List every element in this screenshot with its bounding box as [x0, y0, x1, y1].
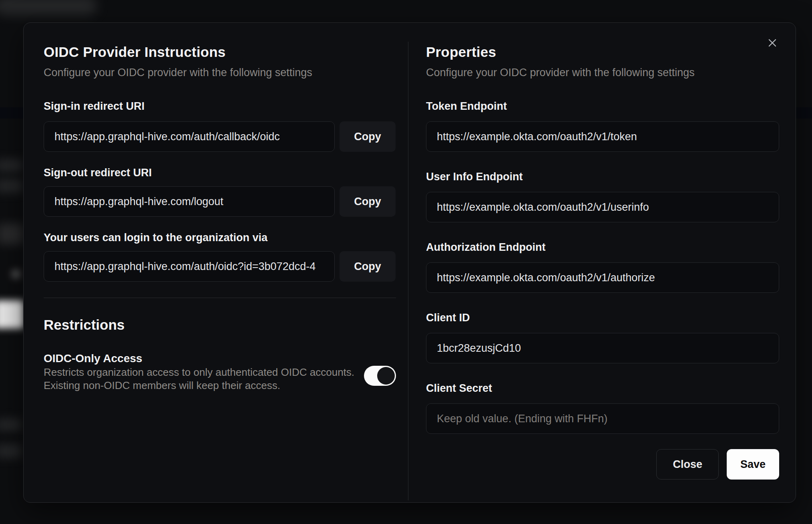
instructions-pane: OIDC Provider Instructions Configure you…: [44, 23, 396, 502]
token-endpoint-label: Token Endpoint: [426, 100, 779, 113]
authorization-endpoint-label: Authorization Endpoint: [426, 241, 779, 254]
oidc-only-access-description-line1: Restricts organization access to only au…: [44, 366, 354, 379]
background-blur-artifact: [0, 179, 23, 193]
background-blur-artifact: [0, 418, 22, 431]
organization-login-uri-label: Your users can login to the organization…: [44, 231, 396, 244]
sign-in-redirect-uri-row: Copy: [44, 121, 396, 152]
instructions-subtitle: Configure your OIDC provider with the fo…: [44, 66, 396, 80]
sign-out-redirect-uri-row: Copy: [44, 186, 396, 217]
client-id-label: Client ID: [426, 311, 779, 324]
user-info-endpoint-label: User Info Endpoint: [426, 170, 779, 183]
oidc-only-access-row: OIDC-Only Access Restricts organization …: [44, 351, 396, 392]
organization-login-uri-row: Copy: [44, 251, 396, 282]
background-blur-artifact: [0, 224, 24, 244]
sign-out-redirect-uri-input[interactable]: [44, 186, 335, 217]
oidc-settings-dialog: OIDC Provider Instructions Configure you…: [23, 22, 796, 503]
background-blur-artifact: [0, 300, 24, 329]
toggle-knob: [377, 367, 395, 385]
instructions-title: OIDC Provider Instructions: [44, 44, 396, 60]
sign-in-redirect-uri-label: Sign-in redirect URI: [44, 100, 396, 113]
sign-in-redirect-uri-input[interactable]: [44, 121, 335, 152]
client-secret-input[interactable]: [426, 403, 779, 434]
properties-pane: Properties Configure your OIDC provider …: [426, 23, 779, 502]
column-divider: [408, 42, 408, 500]
close-button[interactable]: Close: [656, 449, 719, 480]
properties-subtitle: Configure your OIDC provider with the fo…: [426, 66, 779, 80]
oidc-only-access-description-line2: Existing non-OIDC members will keep thei…: [44, 379, 354, 392]
background-blur-artifact: [11, 269, 21, 279]
authorization-endpoint-input[interactable]: [426, 262, 779, 293]
section-divider: [44, 298, 396, 298]
save-button[interactable]: Save: [727, 449, 779, 480]
organization-login-uri-input[interactable]: [44, 251, 335, 282]
dialog-footer: Close Save: [656, 449, 779, 480]
copy-organization-login-uri-button[interactable]: Copy: [340, 251, 396, 282]
client-secret-label: Client Secret: [426, 382, 779, 395]
sign-out-redirect-uri-label: Sign-out redirect URI: [44, 166, 396, 179]
user-info-endpoint-input[interactable]: [426, 192, 779, 222]
background-blur-artifact: [0, 159, 23, 172]
restrictions-title: Restrictions: [44, 316, 396, 333]
oidc-only-access-text: OIDC-Only Access Restricts organization …: [44, 351, 354, 392]
token-endpoint-input[interactable]: [426, 121, 779, 152]
background-blur-artifact: [0, 0, 97, 15]
client-id-input[interactable]: [426, 333, 779, 363]
background-blur-artifact: [0, 444, 22, 458]
properties-title: Properties: [426, 44, 779, 60]
copy-sign-in-uri-button[interactable]: Copy: [340, 121, 396, 152]
oidc-only-access-label: OIDC-Only Access: [44, 351, 354, 366]
copy-sign-out-uri-button[interactable]: Copy: [340, 186, 396, 217]
oidc-only-access-toggle[interactable]: [364, 366, 396, 386]
